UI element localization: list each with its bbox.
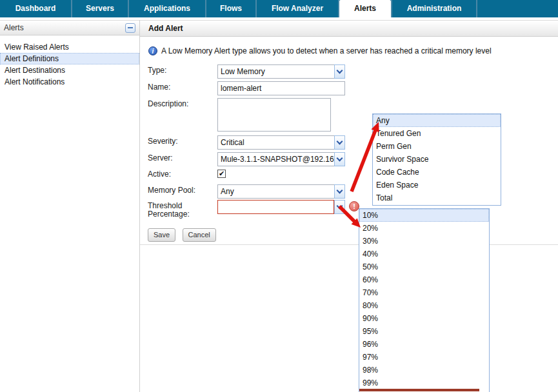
info-message: A Low Memory Alert type allows you to de… xyxy=(148,46,492,55)
server-combo-value[interactable]: Mule-3.1.1-SNAPSHOT@192.16 xyxy=(217,152,334,166)
threshold-option-50[interactable]: 50% xyxy=(359,260,489,273)
severity-combo-value[interactable]: Critical xyxy=(217,135,334,150)
threshold-option-80[interactable]: 80% xyxy=(359,299,489,312)
active-checkbox[interactable] xyxy=(217,170,226,178)
type-combo-value[interactable]: Low Memory xyxy=(217,64,334,79)
chevron-down-icon xyxy=(337,139,343,145)
sidebar-item-list: View Raised Alerts Alert Definitions Ale… xyxy=(0,35,139,88)
threshold-option-95[interactable]: 95% xyxy=(359,325,489,338)
tab-dashboard[interactable]: Dashboard xyxy=(0,0,72,17)
server-combo[interactable]: Mule-3.1.1-SNAPSHOT@192.16 xyxy=(217,152,345,166)
name-row: Name: xyxy=(140,81,558,97)
sidebar-item-alert-notifications[interactable]: Alert Notifications xyxy=(0,76,139,88)
memory-pool-option-total[interactable]: Total xyxy=(373,191,501,204)
app-window: Dashboard Servers Applications Flows Flo… xyxy=(0,0,558,392)
severity-combo[interactable]: Critical xyxy=(217,135,345,150)
memory-pool-option-tenured-gen[interactable]: Tenured Gen xyxy=(373,127,501,140)
panel-divider xyxy=(140,244,558,245)
server-combo-trigger[interactable] xyxy=(334,152,345,166)
sidebar-item-alert-destinations[interactable]: Alert Destinations xyxy=(0,64,139,76)
threshold-option-30[interactable]: 30% xyxy=(359,235,489,248)
cancel-button[interactable]: Cancel xyxy=(183,228,216,242)
add-alert-panel: Add Alert A Low Memory Alert type allows… xyxy=(140,20,558,392)
tab-flow-analyzer[interactable]: Flow Analyzer xyxy=(257,0,339,17)
form-buttons: Save Cancel xyxy=(148,228,220,242)
threshold-option-10[interactable]: 10% xyxy=(359,209,489,222)
memory-pool-combo-value[interactable]: Any xyxy=(217,184,334,199)
chevron-down-icon xyxy=(337,68,343,74)
save-button[interactable]: Save xyxy=(148,228,175,242)
tab-administration[interactable]: Administration xyxy=(391,0,477,17)
threshold-option-70[interactable]: 70% xyxy=(359,286,489,299)
name-input[interactable] xyxy=(217,81,345,95)
threshold-option-20[interactable]: 20% xyxy=(359,222,489,235)
threshold-option-98[interactable]: 98% xyxy=(359,364,489,377)
error-icon xyxy=(349,201,359,211)
severity-combo-trigger[interactable] xyxy=(334,135,345,150)
type-combo-trigger[interactable] xyxy=(334,64,345,79)
active-label: Active: xyxy=(148,170,214,179)
alerts-sidebar: Alerts View Raised Alerts Alert Definiti… xyxy=(0,20,140,392)
threshold-option-40[interactable]: 40% xyxy=(359,248,489,260)
memory-pool-option-any[interactable]: Any xyxy=(373,114,501,127)
tab-flows[interactable]: Flows xyxy=(206,0,257,17)
tab-applications[interactable]: Applications xyxy=(129,0,206,17)
memory-pool-label: Memory Pool: xyxy=(148,186,214,195)
minus-icon xyxy=(128,27,133,28)
threshold-option-97[interactable]: 97% xyxy=(359,351,489,364)
threshold-label: Threshold Percentage: xyxy=(148,202,214,219)
sidebar-item-view-raised-alerts[interactable]: View Raised Alerts xyxy=(0,41,139,53)
memory-pool-dropdown-list: Any Tenured Gen Perm Gen Survivor Space … xyxy=(372,113,501,206)
threshold-combo-trigger[interactable] xyxy=(334,200,345,214)
info-text: A Low Memory Alert type allows you to de… xyxy=(161,46,492,55)
type-combo[interactable]: Low Memory xyxy=(217,64,345,79)
memory-pool-combo-trigger[interactable] xyxy=(334,184,345,199)
memory-pool-option-code-cache[interactable]: Code Cache xyxy=(373,166,501,179)
tab-alerts[interactable]: Alerts xyxy=(339,0,391,17)
name-label: Name: xyxy=(148,83,214,92)
chevron-down-icon xyxy=(337,155,343,162)
severity-label: Severity: xyxy=(148,137,214,146)
tab-bar-filler xyxy=(477,0,558,17)
description-label: Description: xyxy=(148,100,214,108)
chevron-down-icon xyxy=(337,188,343,194)
threshold-option-90[interactable]: 90% xyxy=(359,312,489,325)
memory-pool-combo[interactable]: Any xyxy=(217,184,345,199)
threshold-combo[interactable] xyxy=(217,200,345,214)
memory-pool-option-survivor-space[interactable]: Survivor Space xyxy=(373,153,501,166)
dropdown-bottom-bar xyxy=(359,389,479,391)
tab-servers[interactable]: Servers xyxy=(72,0,129,17)
page-title: Add Alert xyxy=(140,20,558,37)
threshold-option-96[interactable]: 96% xyxy=(359,338,489,351)
threshold-dropdown-list: 10% 20% 30% 40% 50% 60% 70% 80% 90% 95% … xyxy=(359,208,490,392)
sidebar-item-alert-definitions[interactable]: Alert Definitions xyxy=(0,53,139,64)
type-row: Type: Low Memory xyxy=(140,64,558,80)
collapse-panel-button[interactable] xyxy=(125,23,135,33)
info-icon xyxy=(148,46,157,55)
chevron-down-icon xyxy=(337,203,343,210)
memory-pool-option-eden-space[interactable]: Eden Space xyxy=(373,179,501,191)
memory-pool-option-perm-gen[interactable]: Perm Gen xyxy=(373,140,501,153)
type-label: Type: xyxy=(148,66,214,75)
threshold-option-60[interactable]: 60% xyxy=(359,273,489,286)
threshold-option-99[interactable]: 99% xyxy=(359,377,489,389)
server-label: Server: xyxy=(148,154,214,162)
threshold-combo-value[interactable] xyxy=(217,200,334,214)
sidebar-title: Alerts xyxy=(4,23,24,32)
sidebar-header: Alerts xyxy=(0,20,139,35)
description-textarea[interactable] xyxy=(217,98,331,132)
top-tab-bar: Dashboard Servers Applications Flows Flo… xyxy=(0,0,558,17)
